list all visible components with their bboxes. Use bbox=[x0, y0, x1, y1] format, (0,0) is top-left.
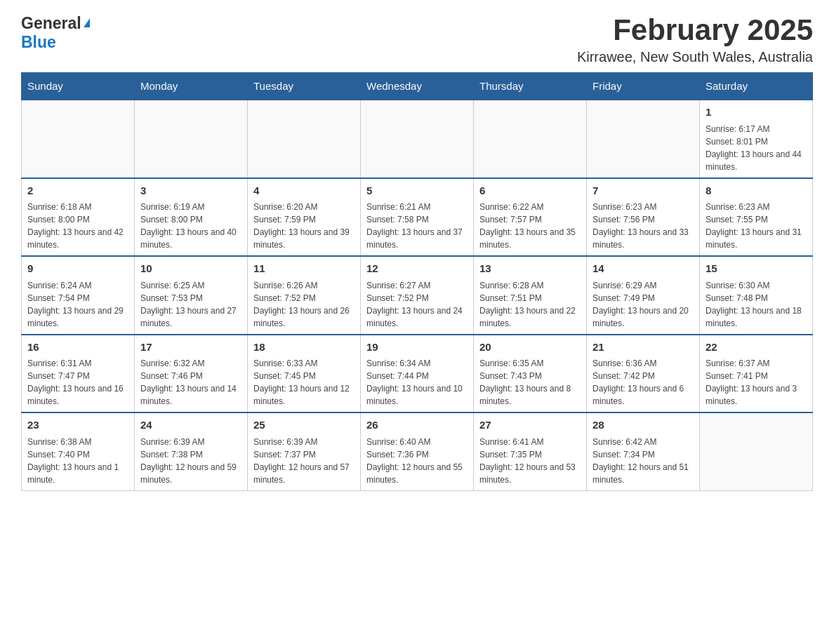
day-number: 14 bbox=[593, 261, 694, 277]
day-number: 6 bbox=[479, 183, 581, 199]
day-number: 18 bbox=[253, 340, 355, 356]
calendar-cell: 20Sunrise: 6:35 AM Sunset: 7:43 PM Dayli… bbox=[474, 335, 587, 413]
day-info: Sunrise: 6:36 AM Sunset: 7:42 PM Dayligh… bbox=[593, 357, 694, 408]
calendar-cell: 13Sunrise: 6:28 AM Sunset: 7:51 PM Dayli… bbox=[474, 256, 587, 335]
day-info: Sunrise: 6:22 AM Sunset: 7:57 PM Dayligh… bbox=[479, 201, 581, 251]
day-info: Sunrise: 6:20 AM Sunset: 7:59 PM Dayligh… bbox=[253, 201, 355, 251]
calendar-cell bbox=[587, 100, 700, 178]
calendar-cell: 28Sunrise: 6:42 AM Sunset: 7:34 PM Dayli… bbox=[587, 412, 700, 490]
day-number: 24 bbox=[140, 417, 241, 434]
week-row-4: 16Sunrise: 6:31 AM Sunset: 7:47 PM Dayli… bbox=[22, 335, 813, 413]
day-number: 19 bbox=[366, 340, 468, 356]
day-info: Sunrise: 6:38 AM Sunset: 7:40 PM Dayligh… bbox=[27, 436, 128, 486]
day-number: 10 bbox=[140, 261, 241, 277]
calendar-cell: 11Sunrise: 6:26 AM Sunset: 7:52 PM Dayli… bbox=[248, 256, 361, 335]
day-info: Sunrise: 6:32 AM Sunset: 7:46 PM Dayligh… bbox=[140, 357, 241, 408]
day-info: Sunrise: 6:35 AM Sunset: 7:43 PM Dayligh… bbox=[479, 357, 581, 408]
calendar-cell: 25Sunrise: 6:39 AM Sunset: 7:37 PM Dayli… bbox=[248, 412, 361, 490]
logo-general-text: General bbox=[21, 14, 81, 33]
calendar-cell: 6Sunrise: 6:22 AM Sunset: 7:57 PM Daylig… bbox=[474, 178, 587, 257]
day-info: Sunrise: 6:29 AM Sunset: 7:49 PM Dayligh… bbox=[593, 279, 694, 330]
weekday-header-friday: Friday bbox=[587, 73, 700, 100]
day-info: Sunrise: 6:23 AM Sunset: 7:56 PM Dayligh… bbox=[593, 201, 694, 251]
day-number: 26 bbox=[366, 417, 468, 434]
calendar-cell bbox=[22, 100, 135, 178]
calendar-cell: 19Sunrise: 6:34 AM Sunset: 7:44 PM Dayli… bbox=[361, 335, 474, 413]
calendar-table: SundayMondayTuesdayWednesdayThursdayFrid… bbox=[21, 72, 813, 491]
day-info: Sunrise: 6:26 AM Sunset: 7:52 PM Dayligh… bbox=[253, 279, 355, 330]
title-block: February 2025 Kirrawee, New South Wales,… bbox=[577, 14, 813, 65]
calendar-cell bbox=[700, 412, 813, 490]
day-info: Sunrise: 6:39 AM Sunset: 7:37 PM Dayligh… bbox=[253, 436, 355, 486]
day-number: 17 bbox=[140, 340, 241, 356]
day-number: 27 bbox=[479, 417, 581, 434]
day-number: 12 bbox=[366, 261, 468, 277]
day-info: Sunrise: 6:28 AM Sunset: 7:51 PM Dayligh… bbox=[479, 279, 581, 330]
day-info: Sunrise: 6:42 AM Sunset: 7:34 PM Dayligh… bbox=[593, 436, 694, 486]
week-row-1: 1Sunrise: 6:17 AM Sunset: 8:01 PM Daylig… bbox=[22, 100, 813, 178]
day-number: 16 bbox=[27, 340, 128, 356]
day-number: 4 bbox=[253, 183, 355, 199]
day-number: 11 bbox=[253, 261, 355, 277]
calendar-cell: 2Sunrise: 6:18 AM Sunset: 8:00 PM Daylig… bbox=[22, 178, 135, 257]
calendar-cell: 27Sunrise: 6:41 AM Sunset: 7:35 PM Dayli… bbox=[474, 412, 587, 490]
day-info: Sunrise: 6:24 AM Sunset: 7:54 PM Dayligh… bbox=[27, 279, 128, 330]
weekday-header-tuesday: Tuesday bbox=[248, 73, 361, 100]
calendar-cell: 18Sunrise: 6:33 AM Sunset: 7:45 PM Dayli… bbox=[248, 335, 361, 413]
day-number: 15 bbox=[706, 261, 807, 277]
day-info: Sunrise: 6:23 AM Sunset: 7:55 PM Dayligh… bbox=[706, 201, 807, 251]
day-number: 22 bbox=[706, 340, 807, 356]
calendar-cell: 3Sunrise: 6:19 AM Sunset: 8:00 PM Daylig… bbox=[135, 178, 248, 257]
calendar-cell: 22Sunrise: 6:37 AM Sunset: 7:41 PM Dayli… bbox=[700, 335, 813, 413]
weekday-header-saturday: Saturday bbox=[700, 73, 813, 100]
weekday-header-sunday: Sunday bbox=[22, 73, 135, 100]
day-info: Sunrise: 6:33 AM Sunset: 7:45 PM Dayligh… bbox=[253, 357, 355, 408]
weekday-header-row: SundayMondayTuesdayWednesdayThursdayFrid… bbox=[22, 73, 813, 100]
calendar-cell: 7Sunrise: 6:23 AM Sunset: 7:56 PM Daylig… bbox=[587, 178, 700, 257]
day-info: Sunrise: 6:19 AM Sunset: 8:00 PM Dayligh… bbox=[140, 201, 241, 251]
day-info: Sunrise: 6:21 AM Sunset: 7:58 PM Dayligh… bbox=[366, 201, 468, 251]
calendar-cell bbox=[361, 100, 474, 178]
weekday-header-monday: Monday bbox=[135, 73, 248, 100]
week-row-5: 23Sunrise: 6:38 AM Sunset: 7:40 PM Dayli… bbox=[22, 412, 813, 490]
day-info: Sunrise: 6:39 AM Sunset: 7:38 PM Dayligh… bbox=[140, 436, 241, 486]
logo-blue-text: Blue bbox=[21, 33, 56, 52]
logo: General Blue bbox=[21, 14, 90, 52]
calendar-cell bbox=[248, 100, 361, 178]
calendar-cell: 1Sunrise: 6:17 AM Sunset: 8:01 PM Daylig… bbox=[700, 100, 813, 178]
weekday-header-wednesday: Wednesday bbox=[361, 73, 474, 100]
day-info: Sunrise: 6:41 AM Sunset: 7:35 PM Dayligh… bbox=[479, 436, 581, 486]
day-number: 23 bbox=[27, 417, 128, 434]
week-row-2: 2Sunrise: 6:18 AM Sunset: 8:00 PM Daylig… bbox=[22, 178, 813, 257]
calendar-cell: 8Sunrise: 6:23 AM Sunset: 7:55 PM Daylig… bbox=[700, 178, 813, 257]
day-number: 2 bbox=[27, 183, 128, 199]
day-info: Sunrise: 6:37 AM Sunset: 7:41 PM Dayligh… bbox=[706, 357, 807, 408]
calendar-title: February 2025 bbox=[577, 14, 813, 46]
day-info: Sunrise: 6:30 AM Sunset: 7:48 PM Dayligh… bbox=[706, 279, 807, 330]
calendar-cell: 15Sunrise: 6:30 AM Sunset: 7:48 PM Dayli… bbox=[700, 256, 813, 335]
calendar-subtitle: Kirrawee, New South Wales, Australia bbox=[577, 49, 813, 65]
page-header: General Blue February 2025 Kirrawee, New… bbox=[21, 14, 813, 65]
calendar-cell: 26Sunrise: 6:40 AM Sunset: 7:36 PM Dayli… bbox=[361, 412, 474, 490]
day-number: 8 bbox=[706, 183, 807, 199]
calendar-cell: 9Sunrise: 6:24 AM Sunset: 7:54 PM Daylig… bbox=[22, 256, 135, 335]
calendar-cell: 21Sunrise: 6:36 AM Sunset: 7:42 PM Dayli… bbox=[587, 335, 700, 413]
day-info: Sunrise: 6:17 AM Sunset: 8:01 PM Dayligh… bbox=[706, 123, 807, 173]
day-number: 20 bbox=[479, 340, 581, 356]
day-number: 9 bbox=[27, 261, 128, 277]
calendar-cell: 17Sunrise: 6:32 AM Sunset: 7:46 PM Dayli… bbox=[135, 335, 248, 413]
calendar-cell: 23Sunrise: 6:38 AM Sunset: 7:40 PM Dayli… bbox=[22, 412, 135, 490]
day-info: Sunrise: 6:25 AM Sunset: 7:53 PM Dayligh… bbox=[140, 279, 241, 330]
calendar-cell: 24Sunrise: 6:39 AM Sunset: 7:38 PM Dayli… bbox=[135, 412, 248, 490]
calendar-cell: 4Sunrise: 6:20 AM Sunset: 7:59 PM Daylig… bbox=[248, 178, 361, 257]
day-info: Sunrise: 6:18 AM Sunset: 8:00 PM Dayligh… bbox=[27, 201, 128, 251]
weekday-header-thursday: Thursday bbox=[474, 73, 587, 100]
calendar-cell bbox=[474, 100, 587, 178]
day-number: 25 bbox=[253, 417, 355, 434]
calendar-cell: 12Sunrise: 6:27 AM Sunset: 7:52 PM Dayli… bbox=[361, 256, 474, 335]
calendar-cell: 10Sunrise: 6:25 AM Sunset: 7:53 PM Dayli… bbox=[135, 256, 248, 335]
day-info: Sunrise: 6:31 AM Sunset: 7:47 PM Dayligh… bbox=[27, 357, 128, 408]
day-info: Sunrise: 6:34 AM Sunset: 7:44 PM Dayligh… bbox=[366, 357, 468, 408]
day-number: 1 bbox=[706, 105, 807, 121]
calendar-cell: 16Sunrise: 6:31 AM Sunset: 7:47 PM Dayli… bbox=[22, 335, 135, 413]
